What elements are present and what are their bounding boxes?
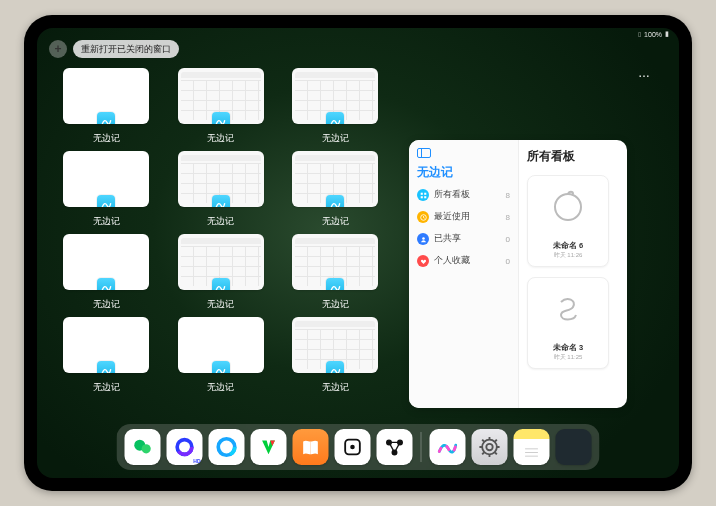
top-bar: + 重新打开已关闭的窗口 — [49, 40, 179, 58]
board-name: 未命名 3 — [553, 343, 583, 353]
app-window-label: 无边记 — [292, 215, 378, 228]
svg-point-20 — [387, 440, 392, 445]
app-window-label: 无边记 — [292, 132, 378, 145]
window-preview — [178, 317, 264, 373]
notes-app-icon[interactable] — [514, 429, 550, 465]
freeform-app-icon — [212, 112, 230, 124]
freeform-panel[interactable]: 无边记 所有看板 8 最近使用 8 — [409, 140, 627, 408]
app-window-thumb[interactable]: 无边记 — [178, 151, 264, 228]
reopen-closed-window-button[interactable]: 重新打开已关闭的窗口 — [73, 40, 179, 58]
window-preview — [292, 317, 378, 373]
app-window-thumb[interactable]: 无边记 — [178, 317, 264, 394]
panel-more-icon[interactable]: … — [638, 66, 651, 80]
app-window-thumb[interactable]: 无边记 — [63, 234, 149, 311]
app-window-label: 无边记 — [63, 215, 149, 228]
status-bar: 􀙇 100% ▮ — [639, 30, 669, 38]
app-window-label: 无边记 — [178, 132, 264, 145]
category-count: 0 — [506, 257, 510, 266]
battery-icon: ▮ — [665, 30, 669, 38]
panel-sidebar: 无边记 所有看板 8 最近使用 8 — [409, 140, 519, 408]
freeform-app-icon — [212, 195, 230, 207]
freeform-app-icon — [326, 278, 344, 290]
freeform-app-icon — [326, 112, 344, 124]
board-item[interactable]: 未命名 3 昨天 11:25 — [527, 277, 609, 369]
svg-point-21 — [398, 440, 403, 445]
wechat-app-icon[interactable] — [125, 429, 161, 465]
category-count: 8 — [506, 191, 510, 200]
freeform-app-icon — [212, 278, 230, 290]
svg-line-29 — [482, 440, 484, 442]
panel-right-title: 所有看板 — [527, 148, 619, 165]
ipad-frame: 􀙇 100% ▮ + 重新打开已关闭的窗口 无边记 无边记 — [24, 15, 692, 491]
freeform-app-icon — [326, 361, 344, 373]
svg-rect-0 — [420, 192, 422, 194]
app-window-thumb[interactable]: 无边记 — [292, 151, 378, 228]
svg-line-30 — [495, 453, 497, 455]
app-window-thumb[interactable]: 无边记 — [63, 68, 149, 145]
category-label: 个人收藏 — [434, 255, 470, 267]
category-favorites[interactable]: 个人收藏 0 — [417, 255, 510, 267]
app-windows-grid: 无边记 无边记 无边记 无边记 — [63, 68, 383, 394]
freeform-app-icon[interactable] — [430, 429, 466, 465]
app-window-thumb[interactable]: 无边记 — [63, 151, 149, 228]
nodes-app-icon[interactable] — [377, 429, 413, 465]
app-window-thumb[interactable]: 无边记 — [292, 68, 378, 145]
quark-app-icon[interactable]: HD — [167, 429, 203, 465]
app-window-thumb[interactable]: 无边记 — [63, 317, 149, 394]
app-window-label: 无边记 — [63, 132, 149, 145]
window-preview — [178, 68, 264, 124]
svg-line-32 — [482, 453, 484, 455]
svg-point-5 — [422, 237, 425, 240]
app-window-thumb[interactable]: 无边记 — [178, 68, 264, 145]
svg-rect-1 — [424, 192, 426, 194]
app-window-label: 无边记 — [178, 215, 264, 228]
category-shared[interactable]: 已共享 0 — [417, 233, 510, 245]
app-window-label: 无边记 — [178, 381, 264, 394]
board-sub: 昨天 11:26 — [553, 251, 583, 260]
svg-line-31 — [495, 440, 497, 442]
category-label: 最近使用 — [434, 211, 470, 223]
window-preview — [292, 68, 378, 124]
dice-app-icon[interactable] — [335, 429, 371, 465]
iqiyi-app-icon[interactable] — [251, 429, 287, 465]
books-app-icon[interactable] — [293, 429, 329, 465]
app-window-thumb[interactable]: 无边记 — [292, 234, 378, 311]
app-window-thumb[interactable]: 无边记 — [292, 317, 378, 394]
board-item[interactable]: 未命名 6 昨天 11:26 — [527, 175, 609, 267]
home-screen: 􀙇 100% ▮ + 重新打开已关闭的窗口 无边记 无边记 — [37, 28, 679, 478]
dock: HD — [117, 424, 600, 470]
window-preview — [292, 234, 378, 290]
app-window-label: 无边记 — [292, 381, 378, 394]
freeform-app-icon — [97, 195, 115, 207]
window-preview — [63, 234, 149, 290]
svg-point-22 — [392, 450, 397, 455]
window-preview — [292, 151, 378, 207]
dock-separator — [421, 432, 422, 462]
settings-app-icon[interactable] — [472, 429, 508, 465]
wifi-icon: 􀙇 — [639, 31, 642, 38]
sidebar-toggle-icon[interactable] — [417, 148, 431, 158]
new-window-button[interactable]: + — [49, 40, 67, 58]
heart-icon — [417, 255, 429, 267]
app-window-thumb[interactable]: 无边记 — [178, 234, 264, 311]
category-all[interactable]: 所有看板 8 — [417, 189, 510, 201]
person-icon — [417, 233, 429, 245]
clock-icon — [417, 211, 429, 223]
board-preview — [540, 284, 596, 334]
qqbrowser-app-icon[interactable] — [209, 429, 245, 465]
window-preview — [63, 317, 149, 373]
category-count: 8 — [506, 213, 510, 222]
category-recent[interactable]: 最近使用 8 — [417, 211, 510, 223]
app-library-icon[interactable] — [556, 429, 592, 465]
freeform-app-icon — [97, 278, 115, 290]
svg-point-16 — [350, 445, 355, 450]
window-preview — [63, 151, 149, 207]
svg-rect-3 — [424, 196, 426, 198]
category-count: 0 — [506, 235, 510, 244]
svg-point-6 — [555, 194, 581, 220]
panel-left-title: 无边记 — [417, 164, 510, 181]
window-preview — [178, 234, 264, 290]
app-window-label: 无边记 — [63, 298, 149, 311]
board-preview — [540, 182, 596, 232]
freeform-app-icon — [326, 195, 344, 207]
